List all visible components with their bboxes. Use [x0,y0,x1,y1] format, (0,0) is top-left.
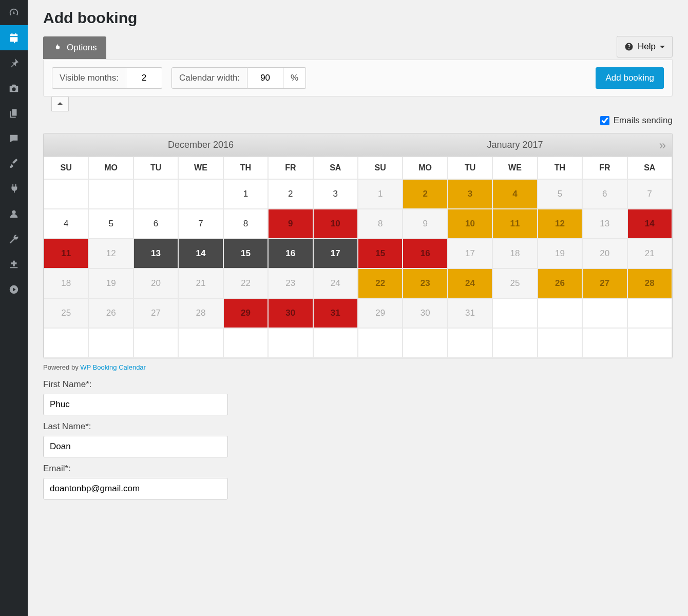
sidebar-item-pages[interactable] [0,101,28,126]
emails-sending-checkbox[interactable] [600,116,609,125]
calendar-day[interactable]: 11 [492,209,537,239]
user-icon [8,208,20,220]
calendar-day[interactable]: 3 [448,179,492,209]
calendar-day[interactable]: 20 [133,268,178,298]
calendar-day[interactable]: 27 [582,268,627,298]
calendar-day[interactable]: 10 [313,209,358,239]
calendar-day[interactable]: 2 [403,179,447,209]
calendar-day[interactable]: 30 [268,298,313,328]
last-name-label: Last Name*: [43,421,673,432]
calendar-day[interactable]: 24 [448,268,492,298]
sidebar-item-media[interactable] [0,75,28,101]
calendar-day[interactable]: 15 [358,239,403,268]
calendar-day [358,328,403,358]
calendar-day[interactable]: 16 [403,239,447,268]
calendar-day[interactable]: 7 [627,179,672,209]
calendar-day[interactable]: 17 [448,239,492,268]
calendar-day[interactable]: 23 [403,268,447,298]
sidebar-item-comments[interactable] [0,126,28,151]
emails-sending-row: Emails sending [43,116,673,126]
sidebar-item-plugins[interactable] [0,176,28,201]
calendar-day [44,179,88,209]
calendar-day[interactable]: 9 [403,209,447,239]
email-input[interactable] [43,478,228,499]
calendar-day[interactable]: 12 [88,239,133,268]
calendar-day[interactable]: 1 [358,179,403,209]
first-name-input[interactable] [43,394,228,415]
calendar-day[interactable]: 9 [268,209,313,239]
brush-icon [8,158,20,169]
calendar-day[interactable]: 23 [268,268,313,298]
calendar-day[interactable]: 28 [178,298,223,328]
calendar-day[interactable]: 2 [268,179,313,209]
calendar-day[interactable]: 26 [538,268,582,298]
calendar-day[interactable]: 14 [627,209,672,239]
calendar-day[interactable]: 31 [313,298,358,328]
wrench-icon [8,234,20,245]
calendar-next-button[interactable]: » [659,138,666,152]
calendar-day[interactable]: 18 [44,268,88,298]
calendar-day[interactable]: 7 [178,209,223,239]
calendar-day[interactable]: 19 [88,268,133,298]
calendar-day[interactable]: 4 [492,179,537,209]
calendar-day[interactable]: 31 [448,298,492,328]
calendar-day[interactable]: 22 [223,268,268,298]
calendar-day[interactable]: 22 [358,268,403,298]
sidebar-item-users[interactable] [0,201,28,226]
calendar-day[interactable]: 30 [403,298,447,328]
calendar-day[interactable]: 14 [178,239,223,268]
sidebar-item-collapse[interactable] [0,277,28,302]
calendar-day[interactable]: 27 [133,298,178,328]
help-button[interactable]: Help [617,36,673,57]
calendar-day[interactable]: 4 [44,209,88,239]
calendar-day [223,328,268,358]
sidebar-item-appearance[interactable] [0,151,28,176]
calendar-day[interactable]: 6 [582,179,627,209]
calendar-day[interactable]: 5 [88,209,133,239]
collapse-options-button[interactable] [51,96,69,111]
chevron-up-icon [57,102,63,105]
day-of-week-header: SA [313,157,358,179]
last-name-input[interactable] [43,436,228,457]
help-label: Help [638,42,656,52]
calendar-day[interactable]: 21 [627,239,672,268]
sidebar-item-settings[interactable] [0,252,28,277]
visible-months-input[interactable] [126,67,162,89]
calendar-day[interactable]: 6 [133,209,178,239]
calendar-day[interactable]: 19 [538,239,582,268]
calendar-day[interactable]: 5 [538,179,582,209]
calendar-day[interactable]: 29 [358,298,403,328]
sidebar-item-dashboard[interactable] [0,0,28,25]
calendar-day[interactable]: 16 [268,239,313,268]
calendar-day[interactable]: 28 [627,268,672,298]
calendar-day[interactable]: 29 [223,298,268,328]
calendar-day[interactable]: 11 [44,239,88,268]
calendar-day[interactable]: 20 [582,239,627,268]
powered-link[interactable]: WP Booking Calendar [80,363,146,371]
calendar-day[interactable]: 8 [358,209,403,239]
calendar-day[interactable]: 3 [313,179,358,209]
calendar-day[interactable]: 18 [492,239,537,268]
emails-sending-label: Emails sending [614,116,673,126]
sidebar-item-posts[interactable] [0,50,28,75]
calendar-day[interactable]: 13 [582,209,627,239]
comment-icon [8,133,20,144]
options-tab[interactable]: Options [43,36,106,59]
sidebar-item-booking[interactable] [0,25,28,50]
calendar-day[interactable]: 21 [178,268,223,298]
calendar-day[interactable]: 8 [223,209,268,239]
calendar-day[interactable]: 13 [133,239,178,268]
calendar-day[interactable]: 10 [448,209,492,239]
copy-icon [8,108,20,119]
calendar-day[interactable]: 12 [538,209,582,239]
calendar-day[interactable]: 1 [223,179,268,209]
calendar-day[interactable]: 26 [88,298,133,328]
add-booking-button[interactable]: Add booking [596,67,664,89]
calendar-day[interactable]: 25 [44,298,88,328]
calendar-day[interactable]: 15 [223,239,268,268]
calendar-day[interactable]: 25 [492,268,537,298]
sidebar-item-tools[interactable] [0,226,28,252]
calendar-width-input[interactable] [247,67,283,89]
calendar-day[interactable]: 17 [313,239,358,268]
calendar-day[interactable]: 24 [313,268,358,298]
